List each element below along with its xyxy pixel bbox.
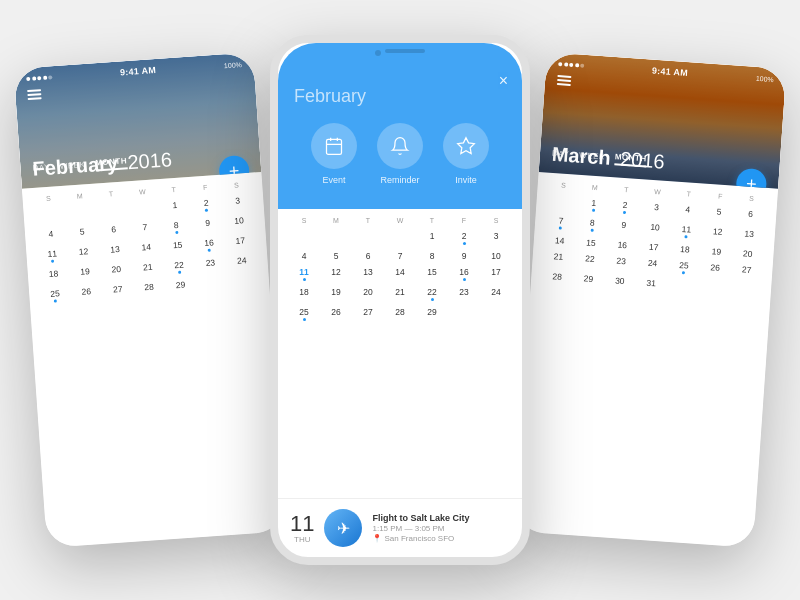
airplane-icon: ✈: [324, 509, 362, 547]
invite-icon: [443, 123, 489, 169]
event-date-block: 11 Thu: [290, 513, 314, 544]
left-hero: 9:41 AM 100% February 2016 DAY WEEK MO: [14, 52, 262, 188]
event-icon: [311, 123, 357, 169]
reminder-button[interactable]: Reminder: [377, 123, 423, 185]
event-title: Flight to Salt Lake City: [372, 513, 510, 523]
left-cal-body: S M T W T F S 1 2 3 4 5 6 7: [22, 172, 287, 548]
center-cal-grid: 1 2 3 4 5 6 7 8 9 10 11 12 13 14 15 16: [288, 228, 512, 324]
left-tab-day[interactable]: DAY: [32, 163, 50, 175]
center-notch: [278, 43, 522, 58]
right-hero: 9:41 AM 100% March 2016 DAY WEEK MONTH +: [539, 52, 787, 188]
left-phone: 9:41 AM 100% February 2016 DAY WEEK MO: [14, 52, 287, 548]
event-location: 📍 San Francisco SFO: [372, 534, 510, 543]
event-info: Flight to Salt Lake City 1:15 PM — 3:05 …: [372, 513, 510, 543]
speaker-icon: [385, 49, 425, 53]
left-tab-month[interactable]: MONTH: [95, 156, 128, 171]
right-tab-week[interactable]: WEEK: [579, 151, 605, 164]
right-menu-button[interactable]: [557, 75, 572, 85]
center-cal-header: S M T W T F S: [288, 217, 512, 224]
event-thumbnail: ✈: [324, 509, 362, 547]
right-cal-body: S M T W T F S 1 2 3 4 5 6 7 8 9: [514, 172, 779, 548]
left-menu-button[interactable]: [27, 89, 42, 99]
right-tab-month[interactable]: MONTH: [614, 152, 647, 167]
left-battery: 100%: [224, 61, 242, 69]
event-card[interactable]: 11 Thu ✈ Flight to Salt Lake City 1:15 P…: [278, 498, 522, 557]
close-button[interactable]: ×: [499, 72, 508, 90]
left-tab-week[interactable]: WEEK: [60, 160, 86, 173]
front-camera-icon: [375, 50, 381, 56]
event-time: 1:15 PM — 3:05 PM: [372, 524, 510, 533]
location-pin-icon: 📍: [372, 534, 382, 543]
center-cal-body: S M T W T F S 1 2 3 4 5 6 7: [278, 209, 522, 498]
svg-rect-0: [327, 139, 342, 154]
right-battery: 100%: [756, 74, 774, 82]
right-tab-day[interactable]: DAY: [552, 149, 570, 161]
right-cal-grid: 1 2 3 4 5 6 7 8 9 10 11 12 13 14 15 16 1…: [541, 192, 767, 299]
event-date-number: 11: [290, 513, 314, 535]
invite-button[interactable]: Invite: [443, 123, 489, 185]
svg-marker-4: [458, 138, 475, 154]
action-header: × February Event: [278, 58, 522, 209]
reminder-icon: [377, 123, 423, 169]
reminder-label: Reminder: [380, 175, 419, 185]
action-buttons: Event Reminder: [294, 123, 506, 185]
invite-label: Invite: [455, 175, 477, 185]
right-phone: 9:41 AM 100% March 2016 DAY WEEK MONTH +: [514, 52, 787, 548]
event-date-day: Thu: [290, 535, 314, 544]
center-month-label: February: [294, 86, 506, 107]
left-cal-grid: 1 2 3 4 5 6 7 8 9 10 11 12 13 14 15 16 1…: [33, 192, 259, 307]
event-button[interactable]: Event: [311, 123, 357, 185]
event-label: Event: [322, 175, 345, 185]
center-phone: × February Event: [270, 35, 530, 565]
